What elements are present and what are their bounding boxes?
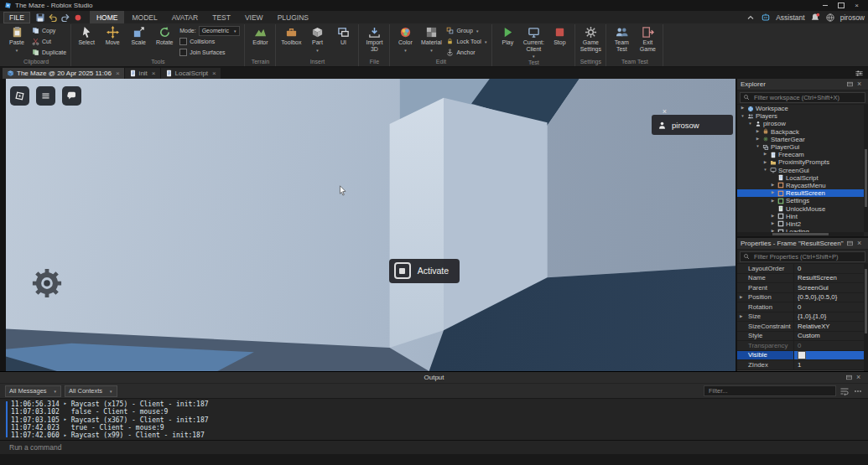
paste-button[interactable]: Paste	[4, 25, 29, 59]
property-value[interactable]: 1	[794, 360, 864, 369]
doc-tab-init[interactable]: init	[125, 68, 160, 79]
group-button[interactable]: Group	[444, 26, 489, 35]
all-contexts-dropdown[interactable]: All Contexts	[65, 385, 117, 397]
tree-collapsed-arrow-icon[interactable]	[770, 214, 776, 219]
tree-collapsed-arrow-icon[interactable]	[762, 161, 768, 165]
property-value[interactable]	[794, 351, 864, 360]
ui-button[interactable]: UI	[330, 25, 356, 59]
file-menu-button[interactable]: FILE	[3, 12, 30, 23]
property-value[interactable]: {0.5,0},{0.5,0}	[794, 293, 864, 302]
property-row-layoutorder[interactable]: LayoutOrder0	[737, 264, 864, 274]
chat-button[interactable]	[62, 86, 81, 106]
tree-expanded-arrow-icon[interactable]	[762, 168, 768, 173]
tree-collapsed-arrow-icon[interactable]	[770, 183, 776, 188]
undo-icon[interactable]	[48, 13, 58, 23]
username-label[interactable]: pirosow	[840, 13, 865, 22]
join-surfaces-checkbox[interactable]	[179, 49, 187, 56]
part-button[interactable]: Part	[304, 25, 330, 59]
collisions-checkbox[interactable]	[179, 38, 187, 45]
property-row-zindex[interactable]: ZIndex1	[737, 360, 864, 370]
property-row-visible[interactable]: Visible	[737, 351, 864, 361]
tree-item-resultscreen[interactable]: ResultScreen	[737, 189, 864, 197]
3d-viewport[interactable]: Activate pirosow	[6, 79, 735, 371]
copy-button[interactable]: Copy	[30, 26, 68, 35]
output-dock-icon[interactable]	[845, 374, 853, 381]
tree-collapsed-arrow-icon[interactable]	[770, 191, 776, 195]
explorer-filter-box[interactable]	[740, 92, 865, 103]
properties-filter-box[interactable]	[740, 251, 865, 262]
properties-filter-input[interactable]	[752, 252, 862, 261]
property-value[interactable]: ResultScreen	[794, 274, 864, 283]
tree-collapsed-arrow-icon[interactable]	[770, 222, 776, 226]
collapse-ribbon-icon[interactable]	[746, 13, 756, 23]
lock-tool-button[interactable]: Lock Tool	[444, 37, 489, 46]
tree-item-settings[interactable]: Settings	[737, 197, 864, 204]
redo-icon[interactable]	[60, 13, 70, 23]
property-row-position[interactable]: Position{0.5,0},{0.5,0}	[737, 293, 864, 303]
material-button[interactable]: Material	[418, 25, 444, 59]
tab-close-icon[interactable]	[212, 70, 216, 77]
tab-close-icon[interactable]	[152, 70, 156, 77]
doc-tab-the-maze-20-apr-2025-11-06[interactable]: The Maze @ 20 Apr 2025 11:06	[3, 68, 124, 79]
tree-item-hint[interactable]: Hint	[737, 213, 864, 220]
explorer-dock-icon[interactable]	[846, 80, 854, 88]
output-filter-box[interactable]	[704, 385, 836, 396]
properties-section-behavior[interactable]: Behavior	[737, 370, 864, 372]
property-value[interactable]: 0	[794, 264, 864, 273]
current-client-button[interactable]: Current:Client	[521, 25, 546, 59]
log-expand-icon[interactable]	[63, 434, 68, 438]
explorer-close-icon[interactable]	[857, 80, 865, 88]
property-row-transparency[interactable]: Transparency0	[737, 341, 864, 351]
tree-item-playergui[interactable]: PlayerGui	[737, 143, 864, 151]
properties-dock-icon[interactable]	[846, 240, 854, 247]
tree-item-localscript[interactable]: LocalScript	[737, 174, 864, 182]
explorer-vertical-scrollbar[interactable]	[864, 105, 868, 232]
tree-collapsed-arrow-icon[interactable]	[755, 137, 761, 142]
property-row-name[interactable]: NameResultScreen	[737, 274, 864, 284]
tree-item-unlockmouse[interactable]: UnlockMouse	[737, 204, 864, 212]
exit-game-button[interactable]: ExitGame	[635, 25, 660, 59]
move-button[interactable]: Move	[100, 25, 125, 59]
command-input[interactable]	[8, 442, 279, 452]
menu-tab-plugins[interactable]: PLUGINS	[271, 11, 315, 23]
cut-button[interactable]: Cut	[30, 37, 68, 46]
tree-item-raycastmenu[interactable]: RaycastMenu	[737, 182, 864, 189]
log-expand-icon[interactable]	[63, 402, 68, 406]
scale-button[interactable]: Scale	[126, 25, 151, 59]
property-row-rotation[interactable]: Rotation0	[737, 302, 864, 313]
property-value[interactable]: 0	[794, 302, 864, 312]
tree-collapsed-arrow-icon[interactable]	[770, 199, 776, 204]
property-row-size[interactable]: Size{1,0},{1,0}	[737, 313, 864, 323]
menu-tab-home[interactable]: HOME	[90, 11, 125, 23]
editor-button[interactable]: Editor	[247, 25, 273, 59]
save-icon[interactable]	[35, 13, 45, 23]
minimize-button[interactable]	[818, 1, 832, 10]
publish-globe-icon[interactable]	[825, 13, 835, 23]
tree-collapsed-arrow-icon[interactable]	[762, 152, 768, 157]
tree-item-players[interactable]: Players	[737, 112, 864, 120]
properties-vertical-scrollbar[interactable]	[864, 264, 868, 371]
visible-checkbox[interactable]	[798, 351, 806, 359]
tab-close-icon[interactable]	[116, 70, 120, 77]
color-button[interactable]: Color	[392, 25, 418, 59]
menu-tab-view[interactable]: VIEW	[238, 11, 270, 23]
mode-dropdown[interactable]: Geometric	[199, 26, 241, 36]
tree-collapsed-arrow-icon[interactable]	[740, 106, 746, 111]
rotate-button[interactable]: Rotate	[152, 25, 177, 59]
explorer-horizontal-scrollbar[interactable]	[737, 232, 864, 236]
import-3d-button[interactable]: Import3D	[361, 25, 387, 59]
record-icon[interactable]	[73, 13, 83, 23]
properties-close-icon[interactable]	[857, 240, 865, 247]
log-entry[interactable]: 11:07:42.023true - Client - mouse:9	[11, 424, 868, 431]
notifications-bell-icon[interactable]	[810, 13, 820, 23]
tree-item-pirosow[interactable]: pirosow	[737, 120, 864, 127]
menu-tab-test[interactable]: TEST	[205, 11, 237, 23]
tree-item-screengui[interactable]: ScreenGui	[737, 167, 864, 174]
game-settings-button[interactable]: GameSettings	[578, 25, 603, 59]
property-row-sizeconstraint[interactable]: SizeConstraintRelativeXY	[737, 322, 864, 332]
property-value[interactable]: {1,0},{1,0}	[794, 313, 864, 322]
log-entry[interactable]: 11:07:42.060Raycast (x99) - Client - ini…	[11, 431, 868, 439]
property-value[interactable]: RelativeXY	[794, 322, 864, 331]
tree-expanded-arrow-icon[interactable]	[747, 122, 753, 127]
menu-tab-avatar[interactable]: AVATAR	[165, 11, 205, 23]
